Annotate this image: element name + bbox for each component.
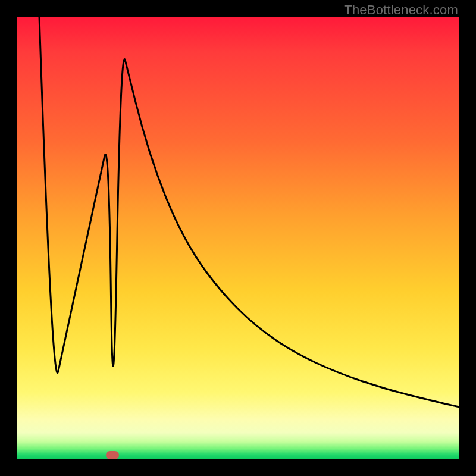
optimal-point-marker bbox=[106, 451, 119, 459]
watermark-text: TheBottleneck.com bbox=[344, 2, 458, 18]
plot-area bbox=[17, 17, 459, 459]
chart-frame: TheBottleneck.com bbox=[0, 0, 476, 476]
bottleneck-curve bbox=[17, 17, 459, 459]
curve-path bbox=[39, 17, 459, 407]
